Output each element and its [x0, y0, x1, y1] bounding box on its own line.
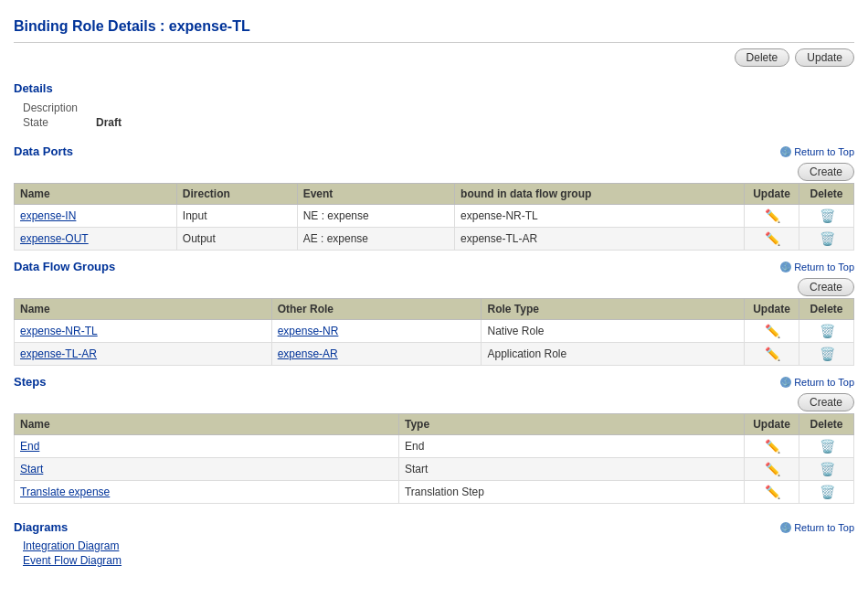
steps-create-button[interactable]: Create [798, 393, 854, 411]
dfg-other-role-link[interactable]: expense-AR [278, 347, 338, 360]
state-row: State Draft [23, 115, 854, 130]
data-flow-header-row: Name Other Role Role Type Update Delete [15, 299, 854, 320]
port-direction-cell: Output [176, 228, 297, 251]
pencil-icon[interactable]: ✏️ [765, 231, 779, 246]
step-name-link[interactable]: Translate expense [20, 486, 110, 498]
step-name-link[interactable]: Start [20, 463, 43, 475]
table-row: expense-OUT Output AE : expense expense-… [15, 228, 854, 251]
data-ports-create-button[interactable]: Create [798, 163, 854, 181]
data-ports-header: Data Ports ⚓ Return to Top [14, 143, 854, 160]
steps-create-row: Create [14, 390, 854, 413]
step-name-link[interactable]: End [20, 440, 39, 453]
steps-return-to-top[interactable]: ⚓ Return to Top [780, 377, 854, 388]
pencil-icon: ✏️ [765, 439, 779, 454]
data-ports-section: Data Ports ⚓ Return to Top Create Name D… [14, 143, 854, 251]
col-step-name: Name [15, 414, 399, 435]
data-flow-groups-section: Data Flow Groups ⚓ Return to Top Create … [14, 258, 854, 366]
diagrams-return-to-top[interactable]: ⚓ Return to Top [780, 522, 854, 533]
col-dfg-name: Name [15, 299, 272, 320]
pencil-icon[interactable]: ✏️ [765, 347, 779, 361]
trash-icon[interactable]: 🗑️ [820, 347, 834, 361]
description-row: Description [23, 101, 854, 115]
trash-icon: 🗑️ [820, 462, 834, 476]
port-update-cell: ✏️ [745, 205, 799, 228]
step-delete-cell: 🗑️ [799, 481, 854, 504]
diagrams-return-label: Return to Top [794, 522, 854, 533]
trash-icon[interactable]: 🗑️ [820, 485, 834, 499]
col-update: Update [745, 184, 799, 205]
dfg-name-link[interactable]: expense-NR-TL [20, 325, 98, 337]
details-block: Description State Draft [14, 97, 854, 135]
dfg-role-type-cell: Native Role [482, 320, 745, 343]
diagram-link[interactable]: Integration Diagram [23, 539, 854, 552]
pencil-icon[interactable]: ✏️ [765, 485, 779, 499]
data-flow-groups-title: Data Flow Groups [14, 260, 115, 273]
col-direction: Direction [176, 184, 297, 205]
port-direction-cell: Input [176, 205, 297, 228]
data-flow-groups-table: Name Other Role Role Type Update Delete … [14, 298, 854, 366]
diagrams-section: Diagrams ⚓ Return to Top Integration Dia… [14, 518, 854, 572]
data-ports-header-row: Name Direction Event bound in data flow … [15, 184, 854, 205]
dfg-role-type-cell: Application Role [482, 343, 745, 366]
col-dfg-delete: Delete [799, 299, 854, 320]
dfg-delete-cell: 🗑️ [799, 343, 854, 366]
data-flow-return-label: Return to Top [794, 262, 854, 272]
delete-button[interactable]: Delete [735, 48, 790, 67]
dfg-name-link[interactable]: expense-TL-AR [20, 347, 97, 360]
diagrams-header: Diagrams ⚓ Return to Top [14, 518, 854, 536]
steps-table: Name Type Update Delete End End ✏️ 🗑️ St… [14, 413, 854, 504]
port-delete-cell: 🗑️ [799, 228, 854, 251]
col-delete: Delete [799, 184, 854, 205]
steps-section: Steps ⚓ Return to Top Create Name Type U… [14, 373, 854, 504]
steps-header-row: Name Type Update Delete [15, 414, 854, 435]
data-ports-return-label: Return to Top [794, 146, 854, 157]
port-bound-cell: expense-NR-TL [455, 205, 745, 228]
port-event-cell: NE : expense [297, 205, 454, 228]
data-flow-create-button[interactable]: Create [798, 278, 854, 296]
dfg-name-cell: expense-NR-TL [15, 320, 272, 343]
update-button[interactable]: Update [795, 48, 854, 67]
steps-title: Steps [14, 375, 46, 389]
dfg-other-role-link[interactable]: expense-NR [278, 325, 339, 337]
trash-icon: 🗑️ [820, 439, 834, 454]
top-buttons-row: Delete Update [14, 43, 854, 72]
diagram-link[interactable]: Event Flow Diagram [23, 554, 854, 567]
port-name-link[interactable]: expense-OUT [20, 232, 89, 245]
data-flow-create-row: Create [14, 275, 854, 298]
trash-icon[interactable]: 🗑️ [820, 324, 834, 338]
steps-header: Steps ⚓ Return to Top [14, 373, 854, 390]
step-name-cell: End [15, 435, 399, 458]
pencil-icon[interactable]: ✏️ [765, 208, 779, 223]
diagrams-title: Diagrams [14, 520, 68, 534]
port-name-link[interactable]: expense-IN [20, 209, 76, 222]
dfg-update-cell: ✏️ [745, 343, 799, 366]
data-ports-return-to-top[interactable]: ⚓ Return to Top [780, 146, 854, 157]
data-flow-groups-header: Data Flow Groups ⚓ Return to Top [14, 258, 854, 275]
step-type-cell: End [398, 435, 744, 458]
table-row: Translate expense Translation Step ✏️ 🗑️ [15, 481, 854, 504]
details-section: Details Description State Draft [14, 80, 854, 135]
trash-icon[interactable]: 🗑️ [820, 231, 834, 246]
step-name-cell: Translate expense [15, 481, 399, 504]
col-other-role: Other Role [271, 299, 482, 320]
table-row: expense-TL-AR expense-AR Application Rol… [15, 343, 854, 366]
diagrams-links: Integration DiagramEvent Flow Diagram [14, 536, 854, 572]
data-flow-groups-return-to-top[interactable]: ⚓ Return to Top [780, 262, 854, 272]
port-bound-cell: expense-TL-AR [455, 228, 745, 251]
col-name: Name [15, 184, 177, 205]
col-step-delete: Delete [799, 414, 854, 435]
dfg-name-cell: expense-TL-AR [15, 343, 272, 366]
details-title: Details [14, 81, 53, 95]
port-delete-cell: 🗑️ [799, 205, 854, 228]
pencil-icon[interactable]: ✏️ [765, 324, 779, 338]
step-type-cell: Start [398, 458, 744, 481]
page-title: Binding Role Details : expense-TL [14, 9, 854, 43]
step-update-cell: ✏️ [745, 435, 799, 458]
state-label: State [23, 116, 87, 129]
dfg-delete-cell: 🗑️ [799, 320, 854, 343]
table-row: expense-NR-TL expense-NR Native Role ✏️ … [15, 320, 854, 343]
details-header: Details [14, 80, 854, 97]
trash-icon[interactable]: 🗑️ [820, 208, 834, 223]
port-name-cell: expense-IN [15, 205, 177, 228]
col-step-type: Type [398, 414, 744, 435]
